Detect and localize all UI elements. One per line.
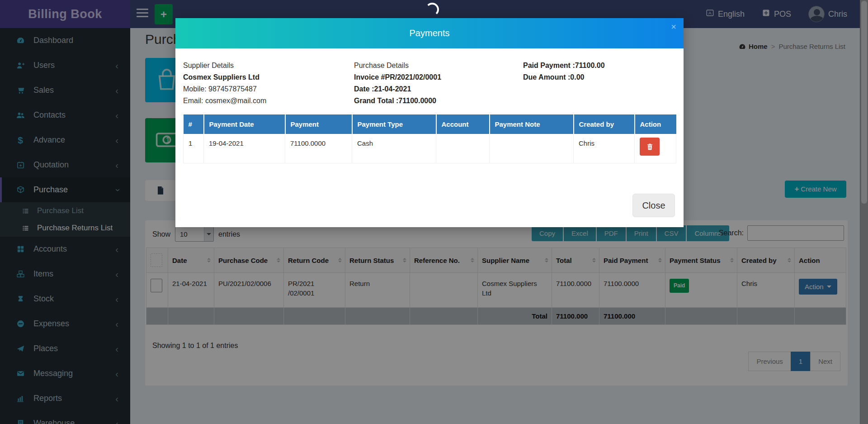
cell-payment: 71100.0000 [285, 134, 352, 163]
col-payment: Payment [285, 114, 352, 134]
payments-modal: Payments × Supplier Details Cosmex Suppl… [175, 18, 684, 227]
cell-sno: 1 [184, 134, 204, 163]
supplier-details-heading: Supplier Details [183, 60, 266, 71]
app-root: Billing Book + A English POS Chris [0, 0, 868, 424]
modal-title: Payments [175, 18, 684, 48]
purchase-details: Purchase Details Invoice #PR/2021/02/000… [354, 60, 441, 107]
trash-icon [646, 143, 654, 151]
payments-table: # Payment Date Payment Payment Type Acco… [183, 114, 676, 163]
modal-header: Payments × [175, 18, 684, 48]
cell-payment-date: 19-04-2021 [204, 134, 285, 163]
due-amount: Due Amount :0.00 [523, 71, 605, 83]
payment-summary: Paid Payment :71100.00 Due Amount :0.00 [523, 60, 605, 83]
supplier-email: Email: cosmex@mail.com [183, 95, 266, 107]
col-payment-type: Payment Type [352, 114, 436, 134]
modal-close-button[interactable]: Close [632, 194, 675, 217]
payment-row: 1 19-04-2021 71100.0000 Cash Chris [184, 134, 676, 163]
col-payment-note: Payment Note [490, 114, 574, 134]
cell-payment-note [490, 134, 574, 163]
supplier-details: Supplier Details Cosmex Suppliers Ltd Mo… [183, 60, 266, 107]
col-action: Action [635, 114, 676, 134]
purchase-details-heading: Purchase Details [354, 60, 441, 71]
modal-details: Supplier Details Cosmex Suppliers Ltd Mo… [183, 60, 676, 112]
col-created-by: Created by [574, 114, 635, 134]
delete-payment-button[interactable] [640, 138, 660, 156]
col-account: Account [436, 114, 490, 134]
loading-spinner-icon [425, 3, 439, 16]
supplier-name: Cosmex Suppliers Ltd [183, 71, 266, 83]
cell-created-by: Chris [574, 134, 635, 163]
invoice-number: Invoice #PR/2021/02/0001 [354, 71, 441, 83]
purchase-date: Date :21-04-2021 [354, 83, 441, 95]
paid-payment: Paid Payment :71100.00 [523, 60, 605, 71]
payments-header-row: # Payment Date Payment Payment Type Acco… [184, 114, 676, 134]
cell-account [436, 134, 490, 163]
col-payment-date: Payment Date [204, 114, 285, 134]
cell-payment-type: Cash [352, 134, 436, 163]
grand-total: Grand Total :71100.0000 [354, 95, 441, 107]
close-icon[interactable]: × [671, 22, 676, 32]
col-sno: # [184, 114, 204, 134]
supplier-mobile: Mobile: 987457875487 [183, 83, 266, 95]
